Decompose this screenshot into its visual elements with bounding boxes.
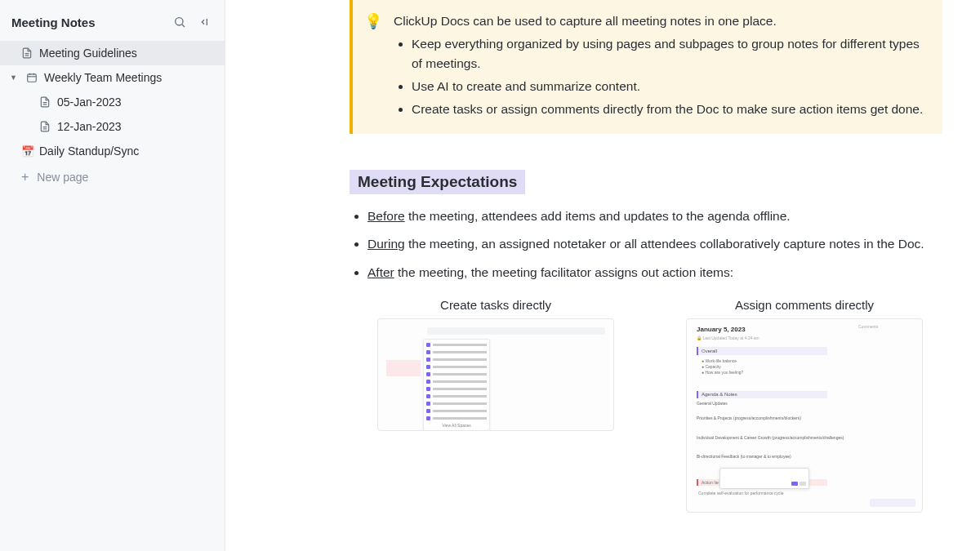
thumbnail-create-tasks: View All Spaces <box>377 318 614 431</box>
callout-intro: ClickUp Docs can be used to capture all … <box>394 11 928 31</box>
nav-item-guidelines[interactable]: Meeting Guidelines <box>0 41 225 65</box>
sidebar: Meeting Notes Meeting Guidelines ▼ Weekl… <box>0 0 225 551</box>
main-content: 💡 ClickUp Docs can be used to capture al… <box>225 0 980 551</box>
doc-icon <box>21 47 33 59</box>
doc-icon <box>39 121 51 132</box>
callout-bullet: Keep everything organized by using pages… <box>412 34 928 73</box>
nav-label: 05-Jan-2023 <box>57 96 122 109</box>
new-page-label: New page <box>37 171 88 184</box>
list-item: During the meeting, an assigned notetake… <box>368 233 942 255</box>
nav-label: Daily Standup/Sync <box>39 144 139 158</box>
list-item: After the meeting, the meeting facilitat… <box>368 262 942 283</box>
nav-item-12jan[interactable]: 12-Jan-2023 <box>0 114 225 139</box>
calendar-emoji-icon: 📅 <box>21 145 33 158</box>
callout-list: Keep everything organized by using pages… <box>412 34 928 119</box>
expectations-list: Before the meeting, attendees add items … <box>368 206 942 283</box>
nav-label: Meeting Guidelines <box>39 47 137 60</box>
calendar-icon <box>26 72 38 83</box>
sidebar-actions <box>172 15 213 29</box>
col-title: Create tasks directly <box>358 298 634 312</box>
list-item: Before the meeting, attendees add items … <box>368 206 942 227</box>
sidebar-header: Meeting Notes <box>0 10 225 41</box>
col-assign-comments: Assign comments directly January 5, 2023… <box>666 298 942 513</box>
col-title: Assign comments directly <box>666 298 942 312</box>
search-icon[interactable] <box>172 15 187 29</box>
collapse-sidebar-icon[interactable] <box>198 15 213 29</box>
nav-item-weekly[interactable]: ▼ Weekly Team Meetings <box>0 65 225 90</box>
two-column-thumbs: Create tasks directly View All Spaces As… <box>358 298 942 513</box>
col-create-tasks: Create tasks directly View All Spaces <box>358 298 634 513</box>
section-expectations: Meeting Expectations Before the meeting,… <box>350 170 942 513</box>
nav-item-standup[interactable]: 📅 Daily Standup/Sync <box>0 139 225 163</box>
callout-bullet: Create tasks or assign comments directly… <box>412 100 928 119</box>
section-title: Meeting Expectations <box>350 170 525 194</box>
nav-item-05jan[interactable]: 05-Jan-2023 <box>0 90 225 114</box>
svg-point-0 <box>176 18 183 25</box>
svg-rect-5 <box>28 74 37 82</box>
svg-line-1 <box>182 24 185 27</box>
nav-label: 12-Jan-2023 <box>57 120 122 133</box>
nav-label: Weekly Team Meetings <box>44 71 162 84</box>
lightbulb-icon: 💡 <box>364 12 382 122</box>
callout-banner: 💡 ClickUp Docs can be used to capture al… <box>350 0 942 134</box>
thumbnail-assign-comments: January 5, 2023 🔒 Last Updated Today at … <box>686 318 923 513</box>
new-page-button[interactable]: + New page <box>0 163 225 191</box>
callout-body: ClickUp Docs can be used to capture all … <box>394 11 928 122</box>
callout-bullet: Use AI to create and summarize content. <box>412 77 928 96</box>
plus-icon: + <box>21 170 29 184</box>
chevron-down-icon[interactable]: ▼ <box>10 73 18 82</box>
doc-icon <box>39 96 51 108</box>
sidebar-title: Meeting Notes <box>11 16 96 29</box>
